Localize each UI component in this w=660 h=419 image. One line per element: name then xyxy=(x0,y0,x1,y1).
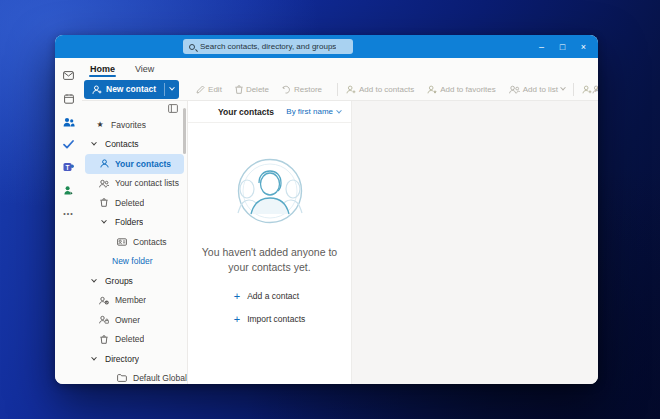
nav-deleted-groups[interactable]: Deleted xyxy=(82,330,187,350)
nav-folders-header[interactable]: Folders xyxy=(82,213,187,233)
chevron-down-icon xyxy=(89,357,99,361)
reading-pane xyxy=(352,101,598,384)
new-contact-dropdown[interactable] xyxy=(165,80,179,99)
nav-contacts-header[interactable]: Contacts xyxy=(82,135,187,155)
teams-icon[interactable]: T xyxy=(58,157,79,178)
nav-new-folder[interactable]: New folder xyxy=(82,252,187,272)
chevron-down-icon xyxy=(89,142,99,146)
todo-icon[interactable] xyxy=(58,134,79,155)
person-star-icon xyxy=(427,85,437,94)
person-add-icon xyxy=(346,85,356,94)
folder-nav-pane: ★ Favorites Contacts Your contacts xyxy=(82,101,188,384)
person-add-icon xyxy=(92,85,102,94)
collapse-nav-icon[interactable] xyxy=(168,104,178,113)
restore-button[interactable]: Restore xyxy=(282,85,322,94)
add-to-favorites-button[interactable]: Add to favorites xyxy=(427,85,496,94)
nav-your-contacts[interactable]: Your contacts xyxy=(85,154,184,174)
add-to-contacts-button[interactable]: Add to contacts xyxy=(346,85,414,94)
contacts-illustration xyxy=(230,151,310,231)
nav-scrollbar[interactable] xyxy=(183,108,186,154)
sort-dropdown[interactable]: By first name xyxy=(286,107,341,116)
trash-icon xyxy=(99,198,109,207)
pencil-icon xyxy=(196,85,205,94)
svg-text:T: T xyxy=(66,164,70,171)
trash-icon xyxy=(99,335,109,344)
engage-icon[interactable] xyxy=(58,180,79,201)
nav-directory-header[interactable]: Directory xyxy=(82,349,187,369)
search-input[interactable]: Search contacts, directory, and groups xyxy=(183,39,353,54)
import-contacts-link[interactable]: + Import contacts xyxy=(234,314,306,324)
folder-icon xyxy=(117,374,127,382)
person-add-icon xyxy=(582,85,592,94)
more-apps-icon[interactable]: ••• xyxy=(58,203,79,224)
tab-view[interactable]: View xyxy=(132,62,157,78)
command-toolbar: New contact Edit Delete xyxy=(82,78,598,101)
plus-icon: + xyxy=(234,315,240,323)
close-button[interactable]: × xyxy=(573,35,594,58)
add-to-list-button[interactable]: Add to list xyxy=(509,85,565,94)
outlook-people-window: Search contacts, directory, and groups –… xyxy=(55,35,598,384)
edit-button[interactable]: Edit xyxy=(196,85,222,94)
delete-button[interactable]: Delete xyxy=(235,85,269,94)
chevron-down-icon xyxy=(99,220,109,224)
trash-icon xyxy=(235,85,243,94)
maximize-button[interactable]: □ xyxy=(552,35,573,58)
mail-icon[interactable] xyxy=(58,65,79,86)
ribbon-tabs: Home View xyxy=(82,58,598,78)
chevron-down-icon xyxy=(336,107,342,113)
nav-member[interactable]: Member xyxy=(82,291,187,311)
new-contact-button[interactable]: New contact xyxy=(84,80,179,99)
empty-state-title: You haven't added anyone to your contact… xyxy=(202,245,337,275)
new-contact-label: New contact xyxy=(106,84,156,94)
list-header: Your contacts By first name xyxy=(188,101,351,123)
people-list-icon xyxy=(509,85,520,94)
search-icon xyxy=(189,44,195,50)
minimize-button[interactable]: – xyxy=(531,35,552,58)
nav-owner[interactable]: Owner xyxy=(82,310,187,330)
window-controls: – □ × xyxy=(531,35,594,58)
nav-default-gal[interactable]: Default Global Add... xyxy=(82,369,187,385)
add-a-contact-link[interactable]: + Add a contact xyxy=(234,291,306,301)
people-check-icon xyxy=(99,296,109,305)
plus-icon: + xyxy=(234,292,240,300)
list-title: Your contacts xyxy=(218,107,274,117)
search-placeholder: Search contacts, directory, and groups xyxy=(200,42,336,51)
calendar-icon[interactable] xyxy=(58,88,79,109)
title-bar[interactable]: Search contacts, directory, and groups –… xyxy=(55,35,598,58)
nav-folder-contacts[interactable]: Contacts xyxy=(82,232,187,252)
nav-groups-header[interactable]: Groups xyxy=(82,271,187,291)
restore-icon xyxy=(282,85,291,94)
nav-your-contact-lists[interactable]: Your contact lists xyxy=(82,174,187,194)
people-key-icon xyxy=(99,315,109,324)
contact-card-icon xyxy=(117,238,127,246)
people-icon[interactable] xyxy=(58,111,79,132)
tab-home[interactable]: Home xyxy=(87,62,118,78)
person-icon xyxy=(99,159,109,168)
nav-favorites[interactable]: ★ Favorites xyxy=(82,115,187,135)
empty-state: You haven't added anyone to your contact… xyxy=(188,123,351,384)
chevron-down-icon xyxy=(89,279,99,283)
nav-deleted-contacts[interactable]: Deleted xyxy=(82,193,187,213)
contact-list-pane: Your contacts By first name xyxy=(188,101,352,384)
app-rail: T ••• xyxy=(55,58,82,384)
clipped-person-icon xyxy=(592,85,598,94)
people-icon xyxy=(99,179,109,188)
star-icon: ★ xyxy=(95,120,105,129)
